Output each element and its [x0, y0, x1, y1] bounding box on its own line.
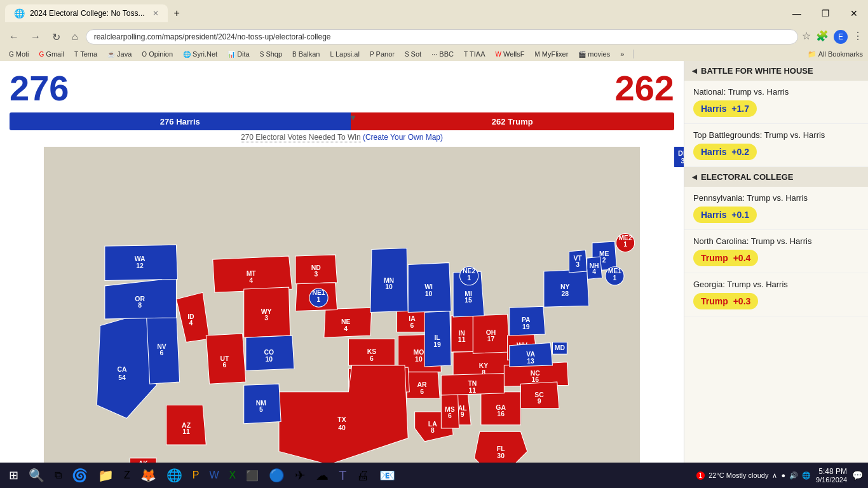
- home-button[interactable]: ⌂: [68, 30, 82, 44]
- volume-icon[interactable]: 🔊: [789, 471, 798, 480]
- task-view-icon[interactable]: ⧉: [51, 468, 65, 482]
- active-tab[interactable]: 🌐 2024 Electoral College: No Toss... ✕: [5, 4, 168, 22]
- minimize-button[interactable]: —: [787, 7, 806, 20]
- battlegrounds-badge: Harris +0.2: [693, 144, 757, 160]
- onenote-icon[interactable]: ⬛: [242, 468, 262, 483]
- title-bar: 🌐 2024 Electoral College: No Toss... ✕ +…: [0, 0, 868, 27]
- bookmark-java[interactable]: ☕ Java: [104, 49, 135, 59]
- clock: 5:48 PM 9/16/2024: [816, 467, 847, 484]
- bookmark-star-icon[interactable]: ☆: [802, 30, 811, 44]
- taskbar-right: 1 22°C Mostly cloudy ∧ ● 🔊 🌐 5:48 PM 9/1…: [696, 467, 863, 484]
- edge2-icon[interactable]: 🔵: [265, 466, 288, 484]
- bookmark-gmail[interactable]: G Gmail: [36, 49, 69, 59]
- north-carolina-badge: Trump +0.4: [693, 250, 758, 266]
- nav-icons: ☆ 🧩 E ⋮: [802, 30, 863, 44]
- georgia-title: Georgia: Trump vs. Harris: [693, 280, 859, 289]
- file-explorer-icon[interactable]: 📁: [94, 466, 118, 484]
- window-controls: — ❐ ✕: [787, 7, 863, 20]
- bookmark-moti[interactable]: G Moti: [5, 49, 33, 59]
- close-button[interactable]: ✕: [845, 7, 863, 20]
- bookmark-panor[interactable]: P Panor: [366, 49, 398, 59]
- outlook-icon[interactable]: 📧: [376, 466, 399, 484]
- svg-text:1: 1: [317, 296, 321, 303]
- forward-button[interactable]: →: [27, 30, 44, 44]
- bookmark-wellsf[interactable]: W WellsF: [492, 49, 529, 59]
- firefox-icon[interactable]: 🦊: [137, 466, 160, 484]
- create-map-link[interactable]: (Create Your Own Map): [363, 133, 443, 142]
- skype-icon[interactable]: ☁: [312, 466, 332, 484]
- maximize-button[interactable]: ❐: [817, 7, 835, 20]
- svg-text:NE1: NE1: [312, 289, 325, 296]
- record-dot-icon[interactable]: ●: [781, 471, 785, 479]
- powerpoint-icon[interactable]: P: [189, 468, 203, 482]
- tab-bar: 🌐 2024 Electoral College: No Toss... ✕ +: [5, 4, 186, 23]
- bookmark-sot[interactable]: S Sot: [401, 49, 425, 59]
- network-icon[interactable]: 🌐: [802, 471, 811, 480]
- bookmark-lapsi[interactable]: L Lapsi.al: [326, 49, 363, 59]
- svg-text:MI: MI: [465, 290, 472, 297]
- svg-text:6: 6: [448, 412, 452, 419]
- pennsylvania-title: Pennsylvania: Trump vs. Harris: [693, 193, 859, 203]
- notification-button[interactable]: 💬: [852, 470, 863, 480]
- menu-icon[interactable]: ⋮: [853, 30, 863, 44]
- bookmarks-more[interactable]: »: [616, 49, 628, 59]
- excel-icon[interactable]: X: [226, 468, 240, 482]
- svg-text:NC: NC: [531, 370, 541, 377]
- refresh-button[interactable]: ↻: [48, 30, 64, 44]
- zoneid-icon[interactable]: Z: [120, 468, 134, 482]
- bookmark-tiaa[interactable]: T TIAA: [460, 49, 489, 59]
- svg-text:ND: ND: [311, 264, 322, 271]
- printer-icon[interactable]: 🖨: [353, 467, 373, 484]
- profile-icon[interactable]: E: [834, 30, 848, 44]
- svg-text:IL: IL: [434, 334, 440, 341]
- map-area: 276 262 276 Harris 262 Trump ▼ 270 Elect…: [0, 61, 684, 482]
- bookmark-myflixer[interactable]: M MyFlixer: [531, 49, 572, 59]
- georgia-badge: Trump +0.3: [693, 293, 758, 309]
- bookmark-opinion[interactable]: O Opinion: [138, 49, 177, 59]
- right-sidebar: ◀ BATTLE FOR WHITE HOUSE National: Trump…: [684, 61, 868, 482]
- svg-text:10: 10: [385, 283, 393, 290]
- svg-text:IA: IA: [409, 315, 416, 322]
- bookmark-dita[interactable]: 📊 Dita: [224, 49, 254, 59]
- tab-close-icon[interactable]: ✕: [153, 9, 159, 18]
- telegram-icon[interactable]: ✈: [291, 466, 309, 484]
- all-bookmarks-button[interactable]: 📁 All Bookmarks: [808, 50, 863, 58]
- svg-text:4: 4: [189, 320, 193, 327]
- svg-text:16: 16: [497, 410, 505, 417]
- svg-text:10: 10: [415, 356, 423, 363]
- svg-text:MT: MT: [247, 270, 257, 277]
- back-button[interactable]: ←: [5, 30, 23, 44]
- taskbar: ⊞ 🔍 ⧉ 🌀 📁 Z 🦊 🌐 P W X ⬛ 🔵 ✈ ☁ T 🖨 📧 1 22…: [0, 463, 868, 488]
- bookmark-balkan[interactable]: B Balkan: [288, 49, 323, 59]
- georgia-item: Georgia: Trump vs. Harris Trump +0.3: [684, 273, 868, 316]
- word-icon[interactable]: W: [205, 468, 222, 482]
- bookmark-tema[interactable]: T Tema: [71, 49, 101, 59]
- svg-text:WA: WA: [135, 255, 146, 262]
- svg-text:28: 28: [561, 290, 569, 297]
- svg-text:ID: ID: [187, 313, 194, 320]
- search-taskbar-icon[interactable]: 🔍: [25, 466, 48, 484]
- svg-text:30: 30: [497, 452, 505, 459]
- start-button[interactable]: ⊞: [5, 466, 22, 485]
- url-bar[interactable]: realclearpolling.com/maps/president/2024…: [86, 29, 798, 44]
- svg-text:NE2: NE2: [463, 268, 475, 274]
- edge-icon[interactable]: 🌀: [68, 466, 92, 484]
- teams-icon[interactable]: T: [335, 467, 350, 484]
- chrome-icon[interactable]: 🌐: [163, 466, 186, 484]
- pennsylvania-badge: Harris +0.1: [693, 207, 757, 223]
- bookmark-movies[interactable]: 🎬 movies: [574, 49, 614, 59]
- notification-icon[interactable]: 1: [696, 471, 705, 480]
- electoral-section-header: ◀ ELECTORAL COLLEGE: [684, 167, 868, 187]
- us-map-container: AL 9 AK 3 AZ 11 AR 6 FL 30: [10, 147, 674, 482]
- score-row: 276 262: [10, 67, 674, 109]
- new-tab-button[interactable]: +: [168, 4, 186, 23]
- extensions-icon[interactable]: 🧩: [816, 30, 829, 44]
- bookmark-syrinet[interactable]: 🌐 Syri.Net: [179, 49, 221, 59]
- svg-text:11: 11: [458, 336, 466, 343]
- bookmarks-bar: G Moti G Gmail T Tema ☕ Java O Opinion 🌐…: [0, 47, 868, 61]
- bookmark-bbc[interactable]: ··· BBC: [428, 49, 458, 59]
- svg-text:NY: NY: [560, 283, 570, 290]
- bookmark-shqp[interactable]: S Shqp: [256, 49, 286, 59]
- svg-text:MS: MS: [445, 406, 455, 413]
- chevron-up-icon[interactable]: ∧: [772, 471, 777, 480]
